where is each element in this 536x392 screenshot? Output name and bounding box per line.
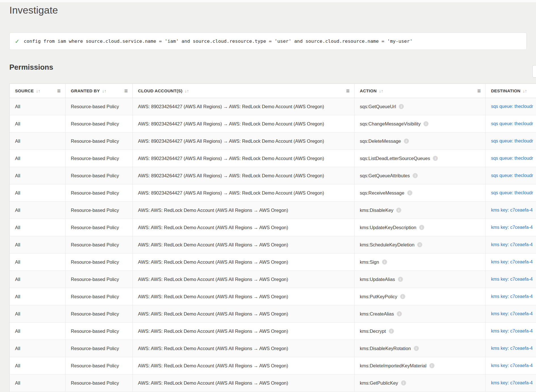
info-icon[interactable]: i	[419, 225, 424, 230]
destination-link[interactable]: sqs queue: thecloudr	[491, 190, 533, 195]
column-menu-icon[interactable]: ≡	[477, 88, 481, 94]
table-row: All Resource-based Policy AWS: AWS: RedL…	[10, 323, 536, 340]
destination-cell: kms key: c7ceaefa-4	[486, 288, 536, 305]
cloud-accounts-cell: AWS: AWS: RedLock Demo Account (AWS All …	[133, 374, 354, 391]
query-text[interactable]: config from iam where source.cloud.servi…	[24, 39, 413, 44]
action-cell: kms:Decrypt i	[354, 323, 486, 340]
sort-icon[interactable]: ↓↑	[185, 88, 189, 93]
column-menu-icon[interactable]: ≡	[124, 88, 128, 94]
cloud-accounts-cell: AWS: 890234264427 (AWS All Regions) → AW…	[133, 184, 354, 201]
granted-by-cell: Resource-based Policy	[66, 98, 133, 115]
source-cell: All	[10, 323, 66, 340]
info-icon[interactable]: i	[400, 294, 405, 299]
destination-link[interactable]: kms key: c7ceaefa-4	[491, 380, 533, 385]
info-icon[interactable]: i	[407, 190, 412, 195]
query-bar[interactable]: ✓ config from iam where source.cloud.ser…	[9, 33, 527, 50]
table-row: All Resource-based Policy AWS: AWS: RedL…	[10, 357, 536, 374]
column-header-action[interactable]: ACTION ↓↑ ≡	[354, 84, 486, 98]
destination-cell: kms key: c7ceaefa-4	[486, 219, 536, 236]
source-cell: All	[10, 305, 66, 322]
info-icon[interactable]: i	[429, 363, 434, 368]
action-cell: sqs:ReceiveMessage i	[354, 184, 486, 201]
sort-icon[interactable]: ↓↑	[102, 88, 106, 93]
info-icon[interactable]: i	[398, 277, 403, 282]
table-row: All Resource-based Policy AWS: AWS: RedL…	[10, 253, 536, 271]
destination-link[interactable]: sqs queue: thecloudr	[491, 104, 533, 109]
info-icon[interactable]: i	[413, 173, 418, 178]
destination-link[interactable]: kms key: c7ceaefa-4	[491, 294, 533, 299]
column-header-cloud-accounts[interactable]: CLOUD ACCOUNT(S) ↓↑ ≡	[133, 84, 354, 98]
destination-cell: sqs queue: thecloudr	[486, 184, 536, 201]
info-icon[interactable]: i	[414, 346, 419, 351]
granted-by-cell: Resource-based Policy	[66, 202, 133, 219]
source-cell: All	[10, 288, 66, 305]
info-icon[interactable]: i	[396, 208, 401, 213]
action-cell: sqs:DeleteMessage i	[354, 133, 486, 150]
info-icon[interactable]: i	[399, 104, 404, 109]
info-icon[interactable]: i	[397, 311, 402, 316]
cloud-accounts-cell: AWS: 890234264427 (AWS All Regions) → AW…	[133, 167, 354, 184]
info-icon[interactable]: i	[404, 139, 409, 144]
column-menu-icon[interactable]: ≡	[57, 88, 61, 94]
cloud-accounts-cell: AWS: AWS: RedLock Demo Account (AWS All …	[133, 340, 354, 357]
granted-by-cell: Resource-based Policy	[66, 253, 133, 270]
source-cell: All	[10, 374, 66, 391]
granted-by-cell: Resource-based Policy	[66, 323, 133, 340]
destination-cell: kms key: c7ceaefa-4	[486, 323, 536, 340]
info-icon[interactable]: i	[401, 380, 406, 385]
sort-icon[interactable]: ↓↑	[36, 88, 40, 93]
edge-cutoff-button[interactable]	[532, 65, 536, 78]
info-icon[interactable]: i	[417, 242, 422, 247]
destination-link[interactable]: kms key: c7ceaefa-4	[491, 259, 533, 265]
column-header-destination[interactable]: DESTINATION ↓↑	[486, 84, 536, 98]
destination-cell: kms key: c7ceaefa-4	[486, 271, 536, 288]
table-row: All Resource-based Policy AWS: 890234264…	[10, 115, 536, 133]
action-cell: sqs:ChangeMessageVisibility i	[354, 115, 486, 132]
column-header-granted-by[interactable]: GRANTED BY ↓↑ ≡	[66, 84, 133, 98]
column-menu-icon[interactable]: ≡	[346, 88, 350, 94]
cloud-accounts-cell: AWS: 890234264427 (AWS All Regions) → AW…	[133, 133, 354, 150]
table-header-row: SOURCE ↓↑ ≡ GRANTED BY ↓↑ ≡ CLOUD ACCOUN…	[10, 84, 536, 98]
destination-cell: kms key: c7ceaefa-4	[486, 374, 536, 391]
destination-link[interactable]: kms key: c7ceaefa-4	[491, 346, 533, 351]
granted-by-cell: Resource-based Policy	[66, 236, 133, 253]
destination-cell: kms key: c7ceaefa-4	[486, 202, 536, 219]
destination-link[interactable]: sqs queue: thecloudr	[491, 121, 533, 126]
column-label: ACTION	[360, 88, 377, 93]
destination-cell: sqs queue: thecloudr	[486, 167, 536, 184]
destination-link[interactable]: sqs queue: thecloudr	[491, 139, 533, 144]
destination-link[interactable]: kms key: c7ceaefa-4	[491, 311, 533, 316]
cloud-accounts-cell: AWS: AWS: RedLock Demo Account (AWS All …	[133, 305, 354, 322]
destination-cell: sqs queue: thecloudr	[486, 133, 536, 150]
destination-link[interactable]: sqs queue: thecloudr	[491, 173, 533, 178]
destination-link[interactable]: kms key: c7ceaefa-4	[491, 242, 533, 247]
granted-by-cell: Resource-based Policy	[66, 340, 133, 357]
column-header-source[interactable]: SOURCE ↓↑ ≡	[10, 84, 66, 98]
destination-link[interactable]: kms key: c7ceaefa-4	[491, 225, 533, 230]
cloud-accounts-cell: AWS: AWS: RedLock Demo Account (AWS All …	[133, 202, 354, 219]
info-icon[interactable]: i	[423, 121, 429, 126]
info-icon[interactable]: i	[433, 156, 438, 161]
page-title: Investigate	[9, 5, 58, 16]
table-row: All Resource-based Policy AWS: 890234264…	[10, 98, 536, 115]
sort-icon[interactable]: ↓↑	[379, 88, 383, 93]
cloud-accounts-cell: AWS: 890234264427 (AWS All Regions) → AW…	[133, 98, 354, 115]
destination-link[interactable]: kms key: c7ceaefa-4	[491, 208, 533, 213]
top-strip	[0, 0, 536, 2]
source-cell: All	[10, 98, 66, 115]
destination-link[interactable]: kms key: c7ceaefa-4	[491, 363, 533, 368]
table-row: All Resource-based Policy AWS: AWS: RedL…	[10, 219, 536, 236]
sort-icon[interactable]: ↓↑	[523, 88, 527, 93]
table-row: All Resource-based Policy AWS: AWS: RedL…	[10, 271, 536, 288]
info-icon[interactable]: i	[382, 259, 387, 265]
destination-link[interactable]: kms key: c7ceaefa-4	[491, 329, 533, 334]
destination-cell: kms key: c7ceaefa-4	[486, 357, 536, 374]
destination-link[interactable]: kms key: c7ceaefa-4	[491, 277, 533, 282]
table-row: All Resource-based Policy AWS: 890234264…	[10, 184, 536, 202]
destination-link[interactable]: sqs queue: thecloudr	[491, 156, 533, 161]
source-cell: All	[10, 340, 66, 357]
permissions-table: SOURCE ↓↑ ≡ GRANTED BY ↓↑ ≡ CLOUD ACCOUN…	[9, 84, 536, 392]
info-icon[interactable]: i	[389, 329, 394, 334]
source-cell: All	[10, 357, 66, 374]
action-cell: kms:CreateAlias i	[354, 305, 486, 322]
